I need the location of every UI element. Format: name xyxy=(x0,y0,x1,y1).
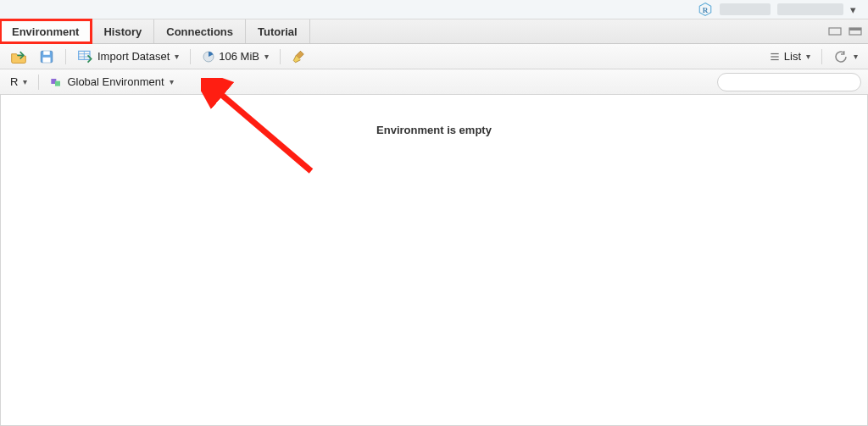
svg-rect-4 xyxy=(849,28,861,30)
menu-strip: R ▾ xyxy=(0,0,868,19)
list-icon xyxy=(769,51,781,63)
tab-label: History xyxy=(103,25,142,38)
tab-environment[interactable]: Environment xyxy=(0,19,92,43)
tab-label: Environment xyxy=(12,25,79,38)
language-label: R xyxy=(10,75,18,88)
r-logo-icon: R xyxy=(698,2,713,17)
refresh-button[interactable]: ▾ xyxy=(830,47,861,66)
chevron-down-icon: ▾ xyxy=(175,52,179,61)
language-select[interactable]: R ▾ xyxy=(7,73,31,91)
toolbar-separator xyxy=(821,49,822,64)
toolbar-separator xyxy=(38,75,39,90)
empty-environment-message: Environment is empty xyxy=(1,124,867,136)
pane-tabs: Environment History Connections Tutorial xyxy=(0,19,868,44)
svg-rect-2 xyxy=(829,28,841,35)
svg-rect-6 xyxy=(43,51,50,55)
environment-scope-select[interactable]: Global Environment ▾ xyxy=(47,73,176,91)
memory-usage-label: 106 MiB xyxy=(219,50,259,63)
svg-rect-7 xyxy=(43,57,51,62)
chevron-down-icon: ▾ xyxy=(170,77,174,86)
pie-icon xyxy=(202,50,215,64)
tab-connections[interactable]: Connections xyxy=(154,19,246,43)
svg-text:R: R xyxy=(703,6,709,14)
menu-dropdown-caret[interactable]: ▾ xyxy=(850,3,856,16)
toolbar-separator xyxy=(190,49,191,64)
tab-history[interactable]: History xyxy=(92,19,154,43)
search-input[interactable] xyxy=(728,76,855,88)
chevron-down-icon: ▾ xyxy=(806,52,810,61)
chevron-down-icon: ▾ xyxy=(23,77,27,86)
maximize-pane-icon[interactable] xyxy=(848,26,863,36)
env-toolbar-1: Import Dataset ▾ 106 MiB ▾ List ▾ ▾ xyxy=(0,44,868,69)
env-scope-icon xyxy=(50,76,64,88)
toolbar-separator xyxy=(280,49,281,64)
memory-usage-button[interactable]: 106 MiB ▾ xyxy=(198,47,272,66)
view-mode-button[interactable]: List ▾ xyxy=(765,47,814,66)
refresh-icon xyxy=(833,49,849,64)
search-env[interactable] xyxy=(717,73,861,91)
tab-label: Tutorial xyxy=(258,25,298,38)
import-dataset-button[interactable]: Import Dataset ▾ xyxy=(74,47,182,66)
chevron-down-icon: ▾ xyxy=(264,52,269,61)
environment-content: Environment is empty xyxy=(0,95,868,426)
menu-placeholder-1 xyxy=(720,3,771,15)
clear-workspace-button[interactable] xyxy=(288,47,310,66)
broom-icon xyxy=(292,49,307,64)
environment-scope-label: Global Environment xyxy=(67,75,164,88)
svg-rect-17 xyxy=(55,80,60,86)
load-workspace-button[interactable] xyxy=(7,47,31,66)
toolbar-separator xyxy=(65,49,66,64)
import-dataset-label: Import Dataset xyxy=(97,50,170,63)
pane-menu-icon[interactable] xyxy=(827,26,843,36)
tab-label: Connections xyxy=(166,25,233,38)
menu-placeholder-2 xyxy=(777,3,843,15)
save-workspace-button[interactable] xyxy=(36,47,58,66)
grid-import-icon xyxy=(77,49,94,64)
view-mode-label: List xyxy=(784,50,801,63)
env-toolbar-2: R ▾ Global Environment ▾ xyxy=(0,69,868,95)
chevron-down-icon: ▾ xyxy=(854,52,858,61)
tab-tutorial[interactable]: Tutorial xyxy=(246,19,310,43)
